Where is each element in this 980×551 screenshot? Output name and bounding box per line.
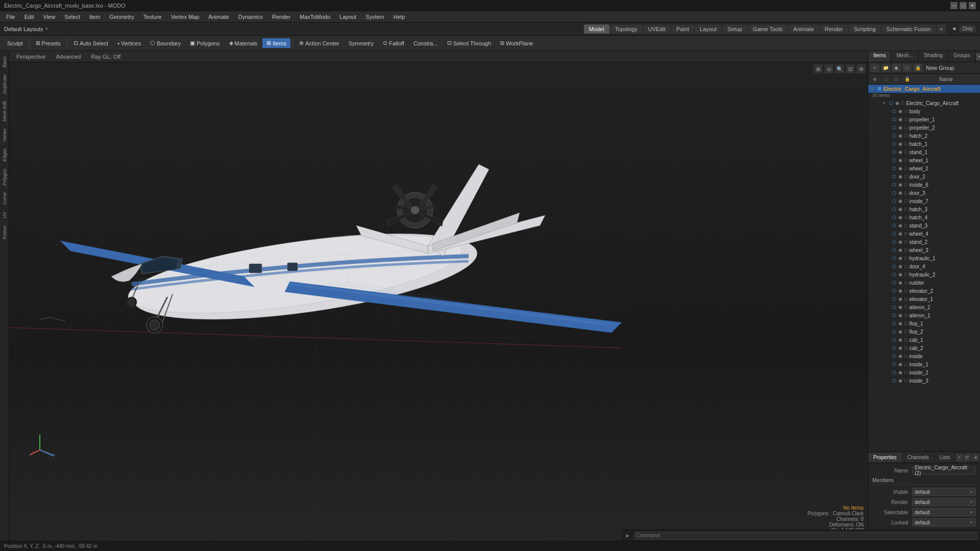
tree-item-inside-7[interactable]: ⬡ ◉ □ inside_7 (868, 197, 980, 205)
tree-item-door-2[interactable]: ⬡ ◉ □ door_2 (868, 172, 980, 181)
presets-button[interactable]: ⊞ Presets (32, 38, 65, 48)
rp-lock-btn[interactable]: 🔒 (913, 64, 922, 72)
tree-item-wheel-2[interactable]: ⬡ ◉ □ wheel_2 (868, 164, 980, 172)
bp-icon-collapse[interactable]: ◂ (972, 454, 979, 461)
tree-item-hydraulic-1[interactable]: ⬡ ◉ □ hydraulic_1 (868, 254, 980, 262)
prop-selectable-dropdown[interactable]: default ▼ (912, 508, 976, 516)
prop-render-dropdown[interactable]: default ▼ (912, 498, 976, 506)
bp-tab-lists[interactable]: Lists (935, 453, 956, 462)
sidebar-uv[interactable]: UV (1, 209, 8, 221)
rp-tab-groups[interactable]: Groups (948, 51, 976, 62)
tree-item-elevator-1[interactable]: ⬡ ◉ □ elevator_1 (868, 295, 980, 303)
tab-paint[interactable]: Paint (671, 24, 694, 34)
bp-tab-properties[interactable]: Properties (868, 453, 902, 462)
sidebar-duplicate[interactable]: Duplicate (1, 71, 8, 97)
tree-item-body[interactable]: ⬡ ◉ □ body (868, 107, 980, 115)
tab-topology[interactable]: Topology (610, 24, 643, 34)
tree-item-hatch-3[interactable]: ⬡ ◉ □ hatch_3 (868, 205, 980, 213)
tree-item-stand-1[interactable]: ⬡ ◉ □ stand_1 (868, 148, 980, 156)
only-button[interactable]: Only (959, 25, 976, 33)
menu-geometry[interactable]: Geometry (105, 13, 138, 21)
sidebar-fusion[interactable]: Fusion (1, 222, 8, 242)
command-input[interactable] (634, 532, 978, 540)
tree-item-hatch-4[interactable]: ⬡ ◉ □ hatch_4 (868, 213, 980, 221)
rp-folder-btn[interactable]: 📁 (881, 64, 890, 72)
symmetry-button[interactable]: Symmetry (345, 39, 378, 48)
menu-edit[interactable]: Edit (20, 13, 38, 21)
tab-scripting[interactable]: Scripting (849, 24, 881, 34)
tree-item-aileron-2[interactable]: ⬡ ◉ □ aileron_2 (868, 303, 980, 311)
tab-game-tools[interactable]: Game Tools (748, 24, 788, 34)
tree-item-door-4[interactable]: ⬡ ◉ □ door_4 (868, 262, 980, 270)
sidebar-polygon[interactable]: Polygon (1, 166, 8, 189)
sidebar-vertex[interactable]: Vertex (1, 126, 8, 145)
tree-item-flop-2[interactable]: ⬡ ◉ □ flop_2 (868, 328, 980, 336)
items-tree[interactable]: ▼ ⊞ Electric_Cargo_Aircraft 30 Items ▼ ⬡… (868, 85, 980, 452)
sidebar-basic[interactable]: Basic (1, 53, 8, 70)
tree-item-propeller-2[interactable]: ⬡ ◉ □ propeller_2 (868, 123, 980, 132)
falloff-button[interactable]: ⊙ Falloff (379, 38, 408, 48)
menu-vertex-map[interactable]: Vertex Map (167, 13, 204, 21)
tree-item-hatch-1[interactable]: ⬡ ◉ □ hatch_1 (868, 140, 980, 148)
menu-help[interactable]: Help (389, 13, 409, 21)
bp-icon-plus[interactable]: + (955, 454, 963, 461)
tree-item-elevator-2[interactable]: ⬡ ◉ □ elevator_2 (868, 287, 980, 295)
items-button[interactable]: ⊞ Items (262, 38, 290, 48)
tree-item-cab-1[interactable]: ⬡ ◉ □ cab_1 (868, 336, 980, 344)
tab-setup[interactable]: Setup (722, 24, 747, 34)
tab-animate[interactable]: Animate (788, 24, 819, 34)
add-tab-button[interactable]: + (937, 24, 946, 34)
minimize-btn[interactable]: ─ (950, 2, 958, 9)
rp-render-btn[interactable]: □ (902, 64, 912, 72)
tree-item-flop-1[interactable]: ⬡ ◉ □ flop_1 (868, 319, 980, 328)
tab-uvedit[interactable]: UVEdit (643, 24, 671, 34)
tree-item-rudder[interactable]: ⬡ ◉ □ rudder (868, 279, 980, 287)
menu-animate[interactable]: Animate (204, 13, 233, 21)
viewport-canvas[interactable]: ⊞ ◎ 🔍 ⊡ ⚙ No Items Polygons : Catmull-Cl… (9, 62, 868, 541)
tree-item-inside-2[interactable]: ⬡ ◉ □ inside_2 (868, 368, 980, 377)
menu-layout[interactable]: Layout (335, 13, 360, 21)
viewport-tool-5[interactable]: ⚙ (856, 64, 866, 73)
tree-item-aileron-1[interactable]: ⬡ ◉ □ aileron_1 (868, 311, 980, 319)
tree-item-inside-6[interactable]: ⬡ ◉ □ inside_6 (868, 181, 980, 189)
tree-item-wheel-3[interactable]: ⬡ ◉ □ wheel_3 (868, 246, 980, 254)
boundary-button[interactable]: ⬡ Boundary (146, 38, 185, 48)
select-through-button[interactable]: ⊡ Select Through (443, 38, 495, 48)
rp-eye-btn[interactable]: ◉ (892, 64, 901, 72)
star-button[interactable]: ★ (952, 26, 957, 32)
menu-select[interactable]: Select (60, 13, 84, 21)
maximize-btn[interactable]: □ (960, 2, 967, 9)
rp-add-btn[interactable]: + (870, 64, 879, 72)
tree-item-propeller-1[interactable]: ⬡ ◉ □ propeller_1 (868, 115, 980, 123)
menu-file[interactable]: File (2, 13, 19, 21)
tab-model[interactable]: Model (584, 24, 609, 34)
menu-texture[interactable]: Texture (139, 13, 166, 21)
menu-render[interactable]: Render (268, 13, 295, 21)
rp-tab-items[interactable]: Items (868, 51, 891, 62)
expand-arrow-root[interactable]: ▼ (870, 87, 875, 91)
workplane-button[interactable]: ⧉ WorkPlane (496, 38, 537, 48)
sidebar-mesh-edit[interactable]: Mesh Edit (1, 98, 8, 124)
tab-layout[interactable]: Layout (695, 24, 722, 34)
viewport-tool-1[interactable]: ⊞ (814, 64, 823, 73)
constraints-button[interactable]: Constra... (409, 39, 442, 48)
tab-schematic-fusion[interactable]: Schematic Fusion (881, 24, 936, 34)
tree-item-wheel-4[interactable]: ⬡ ◉ □ wheel_4 (868, 230, 980, 238)
menu-dynamics[interactable]: Dynamics (234, 13, 267, 21)
sculpt-button[interactable]: Sculpt (3, 39, 27, 48)
vertices-button[interactable]: • Vertices (113, 39, 145, 48)
auto-select-button[interactable]: ⊡ Auto Select (69, 38, 112, 48)
menu-system[interactable]: System (361, 13, 388, 21)
tree-item-cab-2[interactable]: ⬡ ◉ □ cab_2 (868, 344, 980, 352)
viewport-tool-2[interactable]: ◎ (824, 64, 834, 73)
bp-tab-channels[interactable]: Channels (902, 453, 935, 462)
menu-view[interactable]: View (39, 13, 60, 21)
tree-item-inside-1[interactable]: ⬡ ◉ □ inside_1 (868, 360, 980, 368)
tree-item-hydraulic-2[interactable]: ⬡ ◉ □ hydraulic_2 (868, 270, 980, 279)
tree-item-inside-3[interactable]: ⬡ ◉ □ inside_3 (868, 377, 980, 385)
close-btn[interactable]: ✕ (969, 2, 976, 9)
materials-button[interactable]: ◈ Materials (225, 38, 262, 48)
viewport-ray-gl[interactable]: Ray GL: Off (88, 53, 124, 60)
rp-tab-shading[interactable]: Shading (919, 51, 948, 62)
viewport[interactable]: Perspective Advanced Ray GL: Off (9, 51, 868, 541)
